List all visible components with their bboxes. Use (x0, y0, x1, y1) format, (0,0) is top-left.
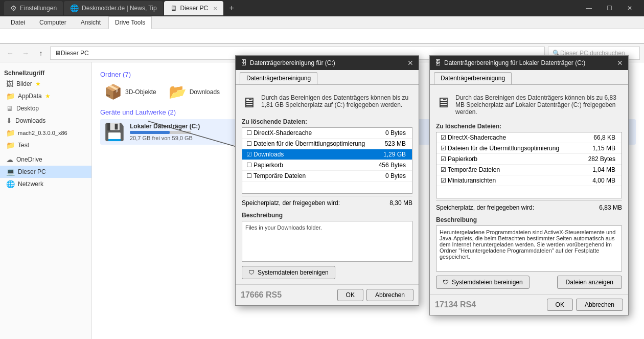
sidebar-onedrive-label: OneDrive (16, 156, 42, 163)
check-4[interactable]: ☐ (244, 162, 254, 169)
new-tab-button[interactable]: + (224, 1, 239, 15)
dialog2-build: 17134 RS4 (435, 300, 476, 309)
sidebar-item-test[interactable]: 📁 Test (0, 139, 91, 151)
filesize-d2: 1,15 MB (579, 145, 619, 152)
dialog2-section-label: Zu löschende Dateien: (436, 123, 622, 130)
file-row-3[interactable]: ☑ Downloads 1,29 GB (242, 149, 412, 160)
close-button[interactable]: ✕ (619, 0, 640, 16)
folder-downloads-icon: 📂 (169, 83, 187, 100)
dialog1-body: 🖥 Durch das Bereinigen des Datenträgers … (236, 85, 419, 284)
dialog1-tab[interactable]: Datenträgerbereinigung (240, 72, 317, 84)
tab-einstellungen[interactable]: ⚙ Einstellungen (4, 1, 63, 15)
filesize-d5: 4,00 MB (579, 177, 619, 184)
dialog1-titlebar: 🗄 Datenträgerbereinigung für (C:) ✕ (236, 56, 419, 70)
file-row-d5[interactable]: ☑ Miniaturansichten 4,00 MB (436, 175, 622, 186)
forward-button[interactable]: → (19, 47, 32, 59)
sidebar-item-desktop[interactable]: 🖥 Desktop (0, 102, 91, 115)
filesize-4: 456 Bytes (369, 162, 410, 169)
folder-downloads[interactable]: 📂 Downloads (165, 81, 224, 102)
filename-3: Downloads (254, 151, 369, 158)
dialog2-desc-text: Durch das Bereinigen des Datenträgers kö… (455, 94, 622, 116)
dialog1-abbrechen-button[interactable]: Abbrechen (366, 289, 413, 301)
dialog1-tab-bar: Datenträgerbereinigung (236, 70, 419, 85)
sidebar-item-appdata[interactable]: 📁 AppData ★ (0, 90, 91, 102)
dialog2-ok-button[interactable]: OK (547, 299, 573, 311)
dialog2-beschreibung-box: Heruntergeladene Programmdateien sind Ac… (436, 225, 622, 272)
filename-d2: Dateien für die Übermittlungsoptimierung (448, 145, 579, 152)
dialog2-dateien-anzeigen-btn[interactable]: Dateien anzeigen (557, 276, 622, 289)
file-row-4[interactable]: ☐ Papierkorb 456 Bytes (242, 160, 412, 171)
sidebar-item-dieser-pc[interactable]: 💻 Dieser PC (0, 166, 91, 178)
sidebar-item-netzwerk[interactable]: 🌐 Netzwerk (0, 178, 91, 190)
check-d3[interactable]: ☑ (439, 155, 448, 163)
pc-icon: 🖥 (170, 4, 177, 12)
dialog1-systemdateien-btn[interactable]: 🛡 Systemdateien bereinigen (242, 266, 335, 279)
filesize-d1: 66,8 KB (579, 134, 619, 141)
dialog1-file-list[interactable]: ☐ DirectX-Shadercache 0 Bytes ☐ Dateien … (242, 127, 412, 194)
file-row-d3[interactable]: ☑ Papierkorb 282 Bytes (436, 154, 622, 165)
drive-bar-outer (130, 131, 191, 134)
dialog1-ok-button[interactable]: OK (337, 289, 363, 301)
folder-3d-objekte[interactable]: 📦 3D-Objekte (100, 81, 160, 102)
file-row-5[interactable]: ☐ Temporäre Dateien 0 Bytes (242, 171, 412, 182)
check-2[interactable]: ☐ (244, 140, 254, 147)
dialog2-systemdateien-btn[interactable]: 🛡 Systemdateien bereinigen (436, 276, 530, 289)
tab-dieser-pc-label: Dieser PC (180, 5, 209, 12)
check-d2[interactable]: ☑ (439, 145, 448, 152)
up-button[interactable]: ↑ (35, 47, 47, 59)
check-3[interactable]: ☑ (244, 151, 254, 158)
ribbon-tab-datei[interactable]: Datei (4, 16, 32, 29)
sidebar-item-bilder[interactable]: 🖼 Bilder ★ (0, 78, 91, 90)
dialog2-beschreibung-label: Beschreibung (436, 216, 622, 223)
folder-3d-icon: 📦 (104, 83, 122, 100)
folder-3d-label: 3D-Objekte (125, 88, 156, 96)
minimize-button[interactable]: — (579, 0, 599, 16)
ribbon-tab-drive-tools[interactable]: Drive Tools (108, 16, 152, 29)
check-5[interactable]: ☐ (244, 172, 254, 179)
dialog2-desc: 🖥 Durch das Bereinigen des Datenträgers … (436, 90, 622, 121)
filename-d1: DirectX-Shadercache (448, 134, 579, 141)
filename-d3: Papierkorb (448, 155, 579, 163)
drive-bar-inner (130, 131, 170, 134)
sidebar-netzwerk-label: Netzwerk (18, 180, 43, 188)
tab-dieser-pc[interactable]: 🖥 Dieser PC ✕ (164, 1, 224, 15)
file-row-2[interactable]: ☐ Dateien für die Übermittlungsoptimieru… (242, 139, 412, 149)
file-row-1[interactable]: ☐ DirectX-Shadercache 0 Bytes (242, 128, 412, 139)
sidebar-downloads-label: Downloads (15, 117, 45, 124)
space-value-2: 6,83 MB (599, 204, 622, 211)
ribbon-tab-ansicht[interactable]: Ansicht (74, 16, 107, 29)
back-button[interactable]: ← (4, 47, 16, 59)
check-d1[interactable]: ☑ (439, 134, 448, 141)
disk-icon-2: 🗄 (435, 59, 441, 66)
sidebar-item-onedrive[interactable]: ☁ OneDrive (0, 153, 91, 166)
sidebar: Schnellzugriff 🖼 Bilder ★ 📁 AppData ★ 🖥 … (0, 62, 92, 339)
file-row-d2[interactable]: ☑ Dateien für die Übermittlungsoptimieru… (436, 143, 622, 154)
drive-space: 20,7 GB frei von 59,0 GB (130, 135, 200, 141)
tab-close-icon[interactable]: ✕ (213, 6, 217, 11)
check-1[interactable]: ☐ (244, 129, 254, 137)
dialog2-file-list[interactable]: ☑ DirectX-Shadercache 66,8 KB ☑ Dateien … (436, 132, 622, 198)
dialog1-btn-row: OK Abbrechen (337, 289, 413, 301)
sidebar-dieser-pc-label: Dieser PC (18, 168, 46, 175)
check-d5[interactable]: ☑ (439, 177, 448, 184)
check-d4[interactable]: ☑ (439, 166, 448, 173)
dialog2: 🗄 Datenträgerbereinigung für Lokaler Dat… (429, 55, 629, 315)
maximize-button[interactable]: ☐ (599, 0, 619, 16)
onedrive-icon: ☁ (6, 155, 13, 164)
sidebar-item-downloads[interactable]: ⬇ Downloads (0, 115, 91, 127)
file-row-d4[interactable]: ☑ Temporäre Dateien 1,04 MB (436, 165, 622, 175)
browser-icon: 🌐 (70, 4, 79, 12)
dialog2-space-row: Speicherplatz, der freigegeben wird: 6,8… (436, 200, 622, 214)
dialog2-abbrechen-button[interactable]: Abbrechen (576, 299, 623, 311)
breadcrumb-home-icon: 🖥 (55, 50, 61, 57)
sidebar-item-mach2[interactable]: 📁 mach2_0.3.0.0_x86 (0, 127, 91, 139)
file-row-d1[interactable]: ☑ DirectX-Shadercache 66,8 KB (436, 132, 622, 143)
ribbon-tab-computer[interactable]: Computer (33, 16, 73, 29)
tab-deskmodder[interactable]: 🌐 Deskmodder.de | News, Tip (64, 1, 163, 15)
dialog1-close-button[interactable]: ✕ (407, 59, 413, 67)
dialog2-tab[interactable]: Datenträgerbereinigung (434, 72, 512, 84)
disk-icon-1: 🗄 (241, 59, 247, 66)
dialog2-close-button[interactable]: ✕ (617, 59, 623, 67)
settings-icon: ⚙ (10, 4, 17, 12)
ribbon-tab-bar: Datei Computer Ansicht Drive Tools (0, 16, 644, 29)
